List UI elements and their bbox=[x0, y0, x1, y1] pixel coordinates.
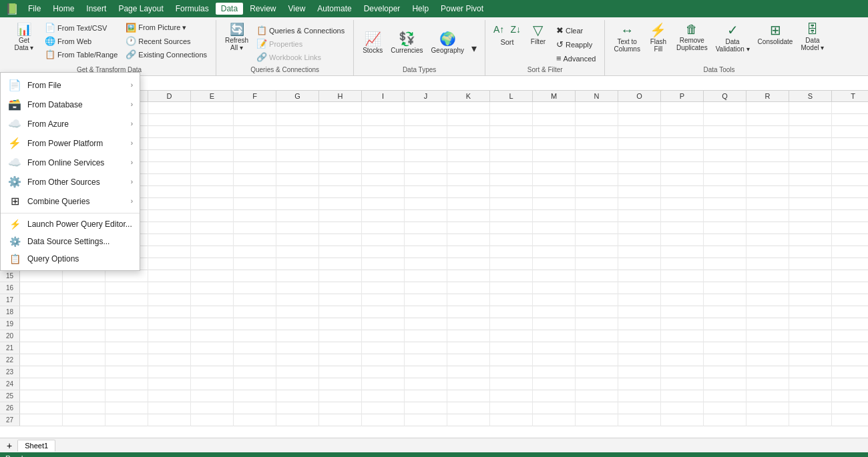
grid-cell[interactable] bbox=[405, 222, 447, 234]
grid-cell[interactable] bbox=[447, 138, 490, 150]
stocks-button[interactable]: 📈 Stocks bbox=[359, 30, 386, 56]
grid-cell[interactable] bbox=[447, 402, 490, 414]
grid-cell[interactable] bbox=[362, 102, 405, 114]
grid-cell[interactable] bbox=[618, 198, 661, 210]
grid-cell[interactable] bbox=[276, 270, 319, 282]
grid-cell[interactable] bbox=[576, 306, 618, 318]
grid-cell[interactable] bbox=[362, 414, 405, 426]
grid-cell[interactable] bbox=[362, 294, 405, 306]
menu-item-query-options[interactable]: 📋 Query Options bbox=[1, 250, 140, 268]
grid-cell[interactable] bbox=[191, 210, 234, 222]
grid-cell[interactable] bbox=[234, 378, 276, 390]
grid-cell[interactable] bbox=[234, 342, 276, 354]
grid-cell[interactable] bbox=[661, 330, 704, 342]
menu-data[interactable]: Data bbox=[216, 3, 243, 15]
grid-cell[interactable] bbox=[661, 114, 704, 126]
grid-cell[interactable] bbox=[447, 282, 490, 294]
grid-cell[interactable] bbox=[276, 354, 319, 366]
clear-button[interactable]: ✖ Clear bbox=[553, 24, 600, 37]
grid-cell[interactable] bbox=[661, 246, 704, 258]
grid-cell[interactable] bbox=[191, 234, 234, 246]
grid-cell[interactable] bbox=[447, 150, 490, 162]
menu-insert[interactable]: Insert bbox=[81, 3, 112, 15]
grid-cell[interactable] bbox=[789, 306, 832, 318]
grid-cell[interactable] bbox=[447, 114, 490, 126]
grid-cell[interactable] bbox=[319, 306, 362, 318]
grid-cell[interactable] bbox=[789, 366, 832, 378]
grid-cell[interactable] bbox=[234, 126, 276, 138]
grid-cell[interactable] bbox=[832, 306, 868, 318]
grid-cell[interactable] bbox=[789, 342, 832, 354]
grid-cell[interactable] bbox=[319, 270, 362, 282]
grid-cell[interactable] bbox=[405, 198, 447, 210]
grid-cell[interactable] bbox=[533, 378, 576, 390]
grid-cell[interactable] bbox=[362, 306, 405, 318]
grid-cell[interactable] bbox=[276, 414, 319, 426]
grid-cell[interactable] bbox=[362, 282, 405, 294]
grid-cell[interactable] bbox=[191, 294, 234, 306]
grid-cell[interactable] bbox=[490, 318, 533, 330]
grid-cell[interactable] bbox=[832, 390, 868, 402]
queries-connections-button[interactable]: 📋 Queries & Connections bbox=[253, 24, 348, 37]
grid-cell[interactable] bbox=[746, 126, 789, 138]
grid-cell[interactable] bbox=[704, 162, 746, 174]
grid-cell[interactable] bbox=[234, 306, 276, 318]
grid-cell[interactable] bbox=[533, 174, 576, 186]
grid-cell[interactable] bbox=[234, 234, 276, 246]
grid-cell[interactable] bbox=[63, 270, 105, 282]
grid-cell[interactable] bbox=[490, 222, 533, 234]
grid-cell[interactable] bbox=[362, 258, 405, 270]
grid-cell[interactable] bbox=[704, 210, 746, 222]
grid-cell[interactable] bbox=[148, 354, 191, 366]
grid-cell[interactable] bbox=[576, 366, 618, 378]
get-data-button[interactable]: 📊 GetData ▾ bbox=[8, 21, 40, 53]
grid-cell[interactable] bbox=[618, 402, 661, 414]
menu-automate[interactable]: Automate bbox=[312, 3, 357, 15]
grid-cell[interactable] bbox=[576, 234, 618, 246]
grid-cell[interactable] bbox=[276, 366, 319, 378]
grid-cell[interactable] bbox=[191, 402, 234, 414]
grid-cell[interactable] bbox=[789, 174, 832, 186]
grid-cell[interactable] bbox=[148, 198, 191, 210]
grid-cell[interactable] bbox=[20, 306, 63, 318]
grid-cell[interactable] bbox=[362, 210, 405, 222]
grid-cell[interactable] bbox=[490, 294, 533, 306]
grid-cell[interactable] bbox=[490, 366, 533, 378]
grid-cell[interactable] bbox=[832, 258, 868, 270]
grid-cell[interactable] bbox=[490, 126, 533, 138]
grid-cell[interactable] bbox=[789, 222, 832, 234]
grid-cell[interactable] bbox=[63, 402, 105, 414]
grid-cell[interactable] bbox=[191, 138, 234, 150]
grid-cell[interactable] bbox=[405, 210, 447, 222]
menu-item-from-database[interactable]: 🗃️ From Database › bbox=[1, 95, 140, 114]
grid-cell[interactable] bbox=[746, 390, 789, 402]
grid-cell[interactable] bbox=[276, 282, 319, 294]
grid-cell[interactable] bbox=[234, 102, 276, 114]
grid-cell[interactable] bbox=[148, 162, 191, 174]
grid-cell[interactable] bbox=[789, 210, 832, 222]
grid-cell[interactable] bbox=[661, 354, 704, 366]
grid-cell[interactable] bbox=[148, 378, 191, 390]
recent-sources-button[interactable]: 🕐 Recent Sources bbox=[122, 35, 210, 47]
grid-cell[interactable] bbox=[405, 234, 447, 246]
grid-cell[interactable] bbox=[789, 138, 832, 150]
grid-cell[interactable] bbox=[362, 198, 405, 210]
grid-cell[interactable] bbox=[832, 378, 868, 390]
grid-cell[interactable] bbox=[191, 354, 234, 366]
grid-cell[interactable] bbox=[105, 282, 148, 294]
grid-cell[interactable] bbox=[191, 390, 234, 402]
grid-cell[interactable] bbox=[661, 414, 704, 426]
grid-cell[interactable] bbox=[234, 330, 276, 342]
grid-cell[interactable] bbox=[63, 330, 105, 342]
grid-cell[interactable] bbox=[148, 402, 191, 414]
grid-cell[interactable] bbox=[276, 198, 319, 210]
grid-cell[interactable] bbox=[362, 330, 405, 342]
grid-cell[interactable] bbox=[704, 150, 746, 162]
grid-cell[interactable] bbox=[319, 150, 362, 162]
grid-cell[interactable] bbox=[276, 318, 319, 330]
grid-cell[interactable] bbox=[490, 378, 533, 390]
grid-cell[interactable] bbox=[832, 222, 868, 234]
grid-cell[interactable] bbox=[832, 150, 868, 162]
sort-asc-button[interactable]: A↑ bbox=[491, 23, 507, 36]
grid-cell[interactable] bbox=[63, 342, 105, 354]
